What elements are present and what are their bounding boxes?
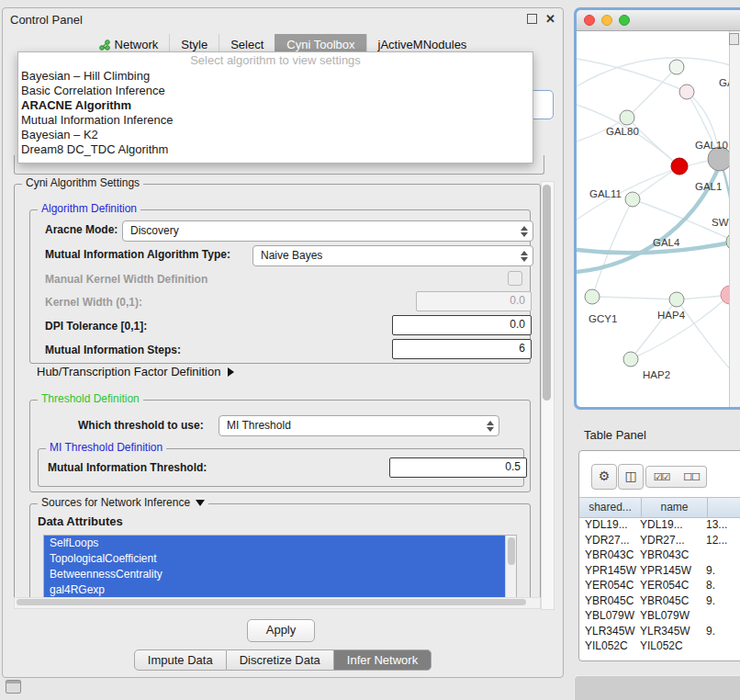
- network-node[interactable]: [669, 60, 684, 74]
- table-row[interactable]: YBL079WYBL079W: [579, 608, 740, 624]
- network-node-label: GCY1: [589, 313, 617, 324]
- bottom-tab-bar: Impute Data Discretize Data Infer Networ…: [3, 649, 563, 671]
- kernel-width-label: Kernel Width (0,1):: [45, 296, 142, 309]
- tab-infer-network[interactable]: Infer Network: [334, 649, 432, 671]
- column-header[interactable]: shared...: [579, 498, 642, 517]
- network-node[interactable]: [585, 289, 600, 304]
- network-vertical-scrollbar[interactable]: [729, 31, 740, 407]
- manual-kernel-checkbox[interactable]: [508, 271, 522, 286]
- algorithm-option[interactable]: Bayesian – Hill Climbing: [18, 69, 533, 84]
- chevron-down-icon: [196, 500, 205, 506]
- network-node[interactable]: [679, 85, 694, 99]
- network-icon: [99, 40, 110, 51]
- algorithm-dropdown-popup: Select algorithm to view settings Bayesi…: [17, 51, 533, 164]
- network-window-titlebar: [577, 10, 740, 31]
- sources-toggle[interactable]: Sources for Network Inference: [38, 496, 208, 509]
- network-node-label: HAP4: [657, 310, 686, 321]
- list-item[interactable]: BetweennessCentrality: [44, 567, 505, 582]
- minimize-traffic-light-icon[interactable]: [601, 15, 612, 26]
- list-item[interactable]: SelfLoops: [44, 536, 505, 551]
- table-row[interactable]: YDR27...YDR27...12...: [579, 533, 740, 548]
- dpi-tolerance-field[interactable]: 0.0: [392, 315, 532, 335]
- hub-factor-toggle[interactable]: Hub/Transcription Factor Definition: [37, 365, 234, 378]
- tab-impute-data[interactable]: Impute Data: [134, 649, 227, 671]
- table-row[interactable]: YIL052CYIL052C: [579, 638, 740, 654]
- network-node-labels: GAL GAL80 GAL10 GAL11 GAL1 SWI4 GAL4 GCY…: [589, 77, 740, 380]
- deselect-all-checkboxes-icon[interactable]: ☐☐: [677, 466, 707, 488]
- network-view-window: GAL GAL80 GAL10 GAL11 GAL1 SWI4 GAL4 GCY…: [574, 7, 740, 410]
- network-node[interactable]: [623, 352, 638, 367]
- combo-stepper-icon: [521, 226, 528, 237]
- table-row[interactable]: YBR045CYBR045C9.: [579, 593, 740, 609]
- network-scrollbar-button[interactable]: [729, 33, 739, 45]
- kernel-width-field[interactable]: 0.0: [416, 291, 532, 311]
- mi-threshold-label: Mutual Information Threshold:: [48, 461, 207, 474]
- network-node-label: GAL10: [695, 140, 728, 151]
- close-icon[interactable]: ✕: [545, 14, 555, 24]
- network-node[interactable]: [625, 192, 640, 207]
- threshold-definition-group: Threshold Definition Which threshold to …: [29, 400, 531, 492]
- network-node-label: GAL11: [589, 188, 622, 199]
- list-scrollbar[interactable]: [505, 536, 516, 600]
- list-item[interactable]: gal4RGexp: [44, 582, 505, 598]
- network-node-label: HAP2: [643, 369, 670, 380]
- table-row[interactable]: YDL19...YDL19...13...: [579, 517, 740, 533]
- combo-stepper-icon: [487, 421, 494, 432]
- apply-button[interactable]: Apply: [247, 619, 315, 642]
- tab-label: Network: [115, 38, 159, 51]
- close-traffic-light-icon[interactable]: [584, 15, 595, 26]
- network-node-red[interactable]: [671, 158, 688, 175]
- columns-icon[interactable]: ◫: [618, 464, 644, 490]
- which-threshold-label: Which threshold to use:: [78, 419, 204, 432]
- zoom-traffic-light-icon[interactable]: [619, 15, 630, 26]
- chevron-right-icon: [228, 367, 234, 377]
- algorithm-option[interactable]: Dream8 DC_TDC Algorithm: [18, 142, 533, 157]
- mi-steps-field[interactable]: 6: [392, 339, 532, 359]
- aracne-mode-label: Aracne Mode:: [45, 223, 118, 236]
- bottom-right-panel-edge: [574, 675, 740, 700]
- algorithm-definition-title: Algorithm Definition: [38, 202, 140, 215]
- mi-threshold-field[interactable]: 0.5: [389, 457, 527, 478]
- table-row[interactable]: YER054CYER054C8.: [579, 578, 740, 593]
- column-header[interactable]: [708, 498, 740, 517]
- select-all-checkboxes-icon[interactable]: ☑☑: [645, 466, 678, 488]
- gear-icon[interactable]: ⚙: [591, 464, 617, 490]
- table-panel-window: ⚙ ◫ ☑☑ ☐☐ shared... name YDL19...YDL19..…: [578, 450, 740, 661]
- mi-threshold-group: MI Threshold Definition Mutual Informati…: [38, 448, 524, 487]
- algorithm-option[interactable]: Basic Correlation Inference: [18, 84, 533, 98]
- float-panel-icon[interactable]: [527, 14, 537, 24]
- table-row[interactable]: YBR043CYBR043C: [579, 548, 740, 563]
- data-attributes-list: SelfLoops TopologicalCoefficient Between…: [43, 535, 517, 601]
- list-item[interactable]: TopologicalCoefficient: [44, 551, 505, 567]
- settings-group-title: Cyni Algorithm Settings: [22, 176, 143, 189]
- algorithm-option[interactable]: Bayesian – K2: [18, 128, 533, 142]
- network-node-label: GAL1: [695, 181, 722, 192]
- table-row[interactable]: YPR145WYPR145W9.: [579, 563, 740, 579]
- network-node[interactable]: [669, 292, 684, 307]
- table-header-row: shared... name: [579, 497, 740, 518]
- dpi-tolerance-label: DPI Tolerance [0,1]:: [45, 320, 147, 333]
- control-panel-title: Control Panel: [10, 13, 83, 27]
- algorithm-option-selected[interactable]: ARACNE Algorithm: [18, 98, 533, 113]
- tab-discretize-data[interactable]: Discretize Data: [227, 649, 334, 671]
- settings-horizontal-scrollbar[interactable]: [14, 597, 541, 609]
- column-header[interactable]: name: [642, 498, 708, 517]
- threshold-definition-title: Threshold Definition: [38, 392, 143, 405]
- table-row[interactable]: YLR345WYLR345W9.: [579, 624, 740, 639]
- table-panel-title: Table Panel: [584, 428, 646, 442]
- cyni-algorithm-settings-group: Cyni Algorithm Settings Algorithm Defini…: [14, 184, 541, 604]
- which-threshold-combo[interactable]: MI Threshold: [219, 415, 499, 436]
- manual-kernel-label: Manual Kernel Width Definition: [45, 273, 207, 286]
- mi-steps-label: Mutual Information Steps:: [45, 344, 181, 356]
- network-node-label: GAL4: [653, 237, 680, 248]
- control-panel-window: Control Panel ✕ Network Style Select Cyn…: [2, 7, 564, 678]
- settings-vertical-scrollbar[interactable]: [541, 181, 555, 610]
- aracne-mode-combo[interactable]: Discovery: [122, 220, 533, 242]
- panel-dock-icon[interactable]: [6, 680, 21, 694]
- algorithm-option[interactable]: Mutual Information Inference: [18, 113, 533, 128]
- mi-threshold-title: MI Threshold Definition: [46, 441, 166, 454]
- network-node[interactable]: [620, 110, 634, 125]
- mi-type-label: Mutual Information Algorithm Type:: [45, 248, 230, 261]
- mi-type-combo[interactable]: Naive Bayes: [252, 245, 533, 266]
- table-body: YDL19...YDL19...13... YDR27...YDR27...12…: [579, 517, 740, 660]
